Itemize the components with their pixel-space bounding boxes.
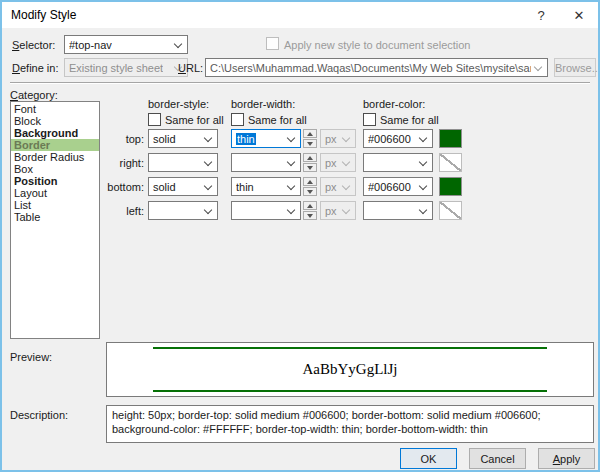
modify-style-dialog: Modify Style ? ✕ Selector: #top-nav Appl…	[0, 0, 600, 472]
define-in-combobox: Existing style sheet	[64, 58, 188, 77]
category-listbox: Font Block Background Border Border Radi…	[10, 101, 100, 339]
chevron-down-icon	[419, 182, 427, 190]
left-row-label: left:	[100, 205, 144, 217]
ok-button[interactable]: OK	[400, 448, 457, 469]
style-same-for-all-checkbox[interactable]	[148, 113, 161, 126]
category-item-border[interactable]: Border	[11, 139, 99, 151]
bottom-width-stepper	[303, 177, 317, 196]
bottom-unit-combobox: px	[320, 177, 356, 196]
top-color-swatch[interactable]	[439, 129, 462, 148]
spin-down-button[interactable]	[303, 139, 317, 148]
apply-button[interactable]: Apply	[538, 448, 595, 469]
arrow-up-icon	[307, 156, 313, 160]
arrow-down-icon	[307, 166, 313, 170]
right-color-combobox[interactable]	[363, 153, 433, 172]
url-combobox[interactable]: C:\Users\Muhammad.Waqas\Documents\My Web…	[205, 58, 548, 77]
arrow-up-icon	[307, 132, 313, 136]
category-item-block[interactable]: Block	[11, 115, 99, 127]
width-same-for-all-checkbox[interactable]	[231, 113, 244, 126]
width-same-for-all-label: Same for all	[248, 114, 307, 126]
chevron-down-icon	[419, 158, 427, 166]
arrow-up-icon	[307, 204, 313, 208]
right-unit-combobox: px	[320, 153, 356, 172]
left-unit-combobox: px	[320, 201, 356, 220]
separator	[10, 82, 590, 84]
right-row-label: right:	[100, 157, 144, 169]
chevron-down-icon	[419, 206, 427, 214]
category-item-layout[interactable]: Layout	[11, 187, 99, 199]
left-color-combobox[interactable]	[363, 201, 433, 220]
spin-up-button[interactable]	[303, 201, 317, 210]
category-item-box[interactable]: Box	[11, 163, 99, 175]
top-width-combobox[interactable]: thin	[231, 129, 301, 148]
spin-down-button[interactable]	[303, 187, 317, 196]
chevron-down-icon	[287, 182, 295, 190]
chevron-down-icon	[342, 206, 350, 214]
category-label: Category:	[10, 89, 58, 101]
chevron-down-icon	[534, 63, 542, 71]
border-style-header: border-style:	[148, 98, 209, 110]
define-in-value: Existing style sheet	[69, 62, 163, 74]
selector-value: #top-nav	[69, 39, 112, 51]
bottom-unit-value: px	[325, 181, 337, 193]
left-color-swatch[interactable]	[439, 201, 462, 220]
bottom-color-combobox[interactable]: #006600	[363, 177, 433, 196]
arrow-down-icon	[307, 190, 313, 194]
preview-label: Preview:	[10, 351, 52, 363]
preview-box: AaBbYyGgLlJj	[106, 342, 594, 397]
left-style-combobox[interactable]	[148, 201, 218, 220]
chevron-down-icon	[204, 134, 212, 142]
category-item-position[interactable]: Position	[11, 175, 99, 187]
chevron-down-icon	[287, 158, 295, 166]
chevron-down-icon	[287, 206, 295, 214]
dialog-title: Modify Style	[2, 8, 76, 22]
top-color-combobox[interactable]: #006600	[363, 129, 433, 148]
help-icon[interactable]: ?	[522, 2, 560, 28]
close-icon[interactable]: ✕	[560, 2, 598, 28]
browse-button[interactable]: Browse...	[554, 58, 596, 77]
title-bar: Modify Style ? ✕	[2, 2, 598, 28]
category-item-list[interactable]: List	[11, 199, 99, 211]
spin-down-button[interactable]	[303, 163, 317, 172]
left-width-stepper	[303, 201, 317, 220]
left-width-combobox[interactable]	[231, 201, 301, 220]
color-same-for-all-checkbox[interactable]	[363, 113, 376, 126]
arrow-up-icon	[307, 180, 313, 184]
top-style-value: solid	[153, 133, 176, 145]
chevron-down-icon	[419, 134, 427, 142]
category-item-border-radius[interactable]: Border Radius	[11, 151, 99, 163]
category-item-background[interactable]: Background	[11, 127, 99, 139]
url-label: URL:	[178, 62, 203, 74]
arrow-down-icon	[307, 142, 313, 146]
preview-sample: AaBbYyGgLlJj	[153, 347, 547, 392]
apply-style-label: Apply new style to document selection	[284, 39, 471, 51]
category-item-table[interactable]: Table	[11, 211, 99, 223]
chevron-down-icon	[287, 134, 295, 142]
spin-down-button[interactable]	[303, 211, 317, 220]
top-unit-combobox: px	[320, 129, 356, 148]
cancel-button[interactable]: Cancel	[469, 448, 526, 469]
category-item-font[interactable]: Font	[11, 103, 99, 115]
bottom-style-combobox[interactable]: solid	[148, 177, 218, 196]
selector-combobox[interactable]: #top-nav	[64, 35, 188, 54]
apply-style-checkbox[interactable]	[266, 37, 279, 50]
arrow-down-icon	[307, 214, 313, 218]
url-value: C:\Users\Muhammad.Waqas\Documents\My Web…	[210, 62, 531, 74]
right-style-combobox[interactable]	[148, 153, 218, 172]
bottom-width-combobox[interactable]: thin	[231, 177, 301, 196]
right-color-swatch[interactable]	[439, 153, 462, 172]
spin-up-button[interactable]	[303, 129, 317, 138]
spin-up-button[interactable]	[303, 153, 317, 162]
description-label: Description:	[10, 409, 68, 421]
right-width-combobox[interactable]	[231, 153, 301, 172]
bottom-row-label: bottom:	[100, 181, 144, 193]
right-unit-value: px	[325, 157, 337, 169]
bottom-color-swatch[interactable]	[439, 177, 462, 196]
chevron-down-icon	[174, 40, 182, 48]
titlebar-buttons: ? ✕	[522, 2, 598, 28]
top-row-label: top:	[100, 133, 144, 145]
spin-up-button[interactable]	[303, 177, 317, 186]
border-width-header: border-width:	[231, 98, 295, 110]
chevron-down-icon	[342, 182, 350, 190]
top-style-combobox[interactable]: solid	[148, 129, 218, 148]
